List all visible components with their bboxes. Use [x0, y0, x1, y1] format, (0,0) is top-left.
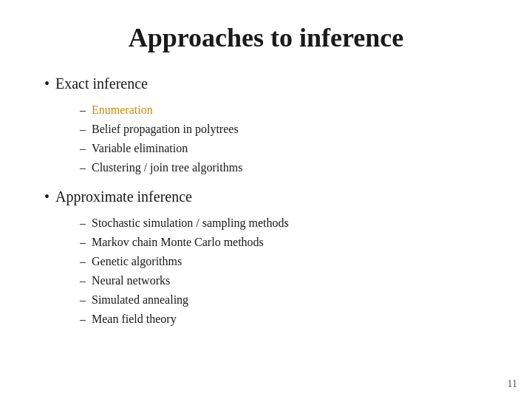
variable-elimination-label: Variable elimination	[92, 140, 188, 157]
dash-icon: –	[80, 253, 86, 270]
slide: Approaches to inference • Exact inferenc…	[0, 0, 532, 399]
list-item: – Simulated annealing	[80, 291, 488, 309]
list-item: – Clustering / join tree algorithms	[80, 159, 488, 177]
list-item: – Genetic algorithms	[80, 253, 488, 270]
enumeration-label: Enumeration	[92, 101, 153, 119]
mean-field-label: Mean field theory	[92, 310, 177, 328]
bullet-dot-exact: •	[44, 75, 50, 92]
dash-icon: –	[80, 101, 86, 119]
bullet-exact-label: Exact inference	[55, 75, 148, 92]
dash-icon: –	[80, 310, 86, 328]
bullet-exact: • Exact inference	[44, 75, 488, 92]
list-item: – Markov chain Monte Carlo methods	[80, 233, 488, 251]
slide-content: • Exact inference – Enumeration – Belief…	[44, 75, 488, 377]
list-item: – Mean field theory	[80, 310, 488, 328]
list-item: – Belief propagation in polytrees	[80, 120, 488, 138]
list-item: – Variable elimination	[80, 140, 488, 157]
list-item: – Enumeration	[80, 101, 488, 119]
bullet-approximate-label: Approximate inference	[55, 188, 192, 205]
markov-label: Markov chain Monte Carlo methods	[92, 233, 264, 251]
slide-title: Approaches to inference	[44, 22, 488, 53]
dash-icon: –	[80, 120, 86, 138]
dash-icon: –	[80, 159, 86, 177]
dash-icon: –	[80, 233, 86, 251]
exact-sub-items: – Enumeration – Belief propagation in po…	[80, 101, 488, 177]
belief-propagation-label: Belief propagation in polytrees	[92, 120, 239, 138]
simulated-annealing-label: Simulated annealing	[92, 291, 188, 309]
neural-networks-label: Neural networks	[92, 272, 170, 290]
slide-number: 11	[508, 378, 517, 390]
list-item: – Neural networks	[80, 272, 488, 290]
bullet-approximate: • Approximate inference	[44, 188, 488, 205]
stochastic-label: Stochastic simulation / sampling methods	[92, 214, 289, 232]
dash-icon: –	[80, 140, 86, 157]
list-item: – Stochastic simulation / sampling metho…	[80, 214, 488, 232]
dash-icon: –	[80, 214, 86, 232]
approximate-sub-items: – Stochastic simulation / sampling metho…	[80, 214, 488, 328]
bullet-dot-approximate: •	[44, 188, 50, 205]
clustering-label: Clustering / join tree algorithms	[92, 159, 242, 177]
dash-icon: –	[80, 291, 86, 309]
dash-icon: –	[80, 272, 86, 290]
genetic-label: Genetic algorithms	[92, 253, 182, 270]
